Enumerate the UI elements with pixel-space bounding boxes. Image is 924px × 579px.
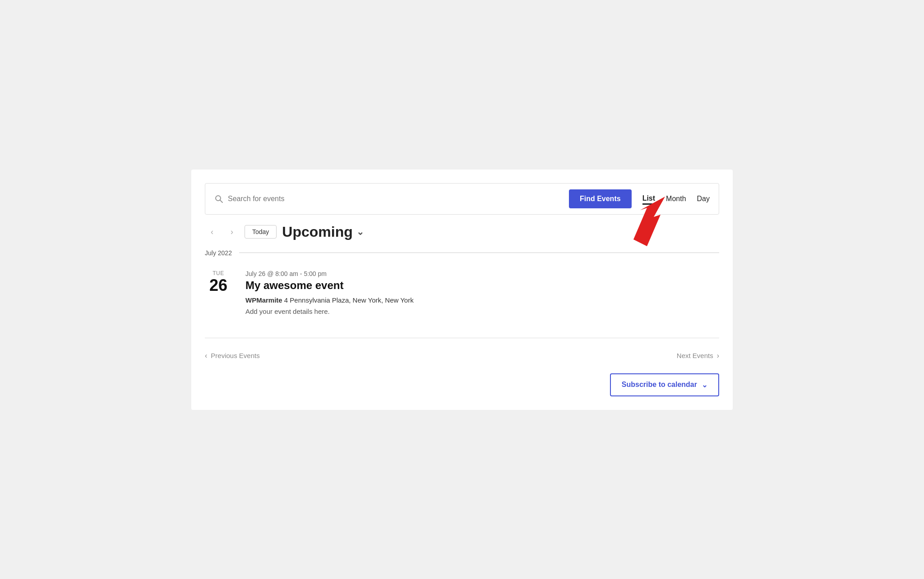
chevron-down-icon: ⌄ [356,226,364,237]
view-month-button[interactable]: Month [666,193,686,205]
today-button[interactable]: Today [245,225,277,239]
event-location-org: WPMarmite [245,296,282,304]
chevron-down-subscribe-icon: ⌄ [702,381,707,389]
divider-line [239,253,719,253]
view-controls: Find Events List Month Day [569,189,710,208]
next-events-button[interactable]: Next Events › [677,352,719,360]
upcoming-dropdown[interactable]: Upcoming ⌄ [282,224,364,240]
view-list-button[interactable]: List [642,193,655,205]
view-day-button[interactable]: Day [697,193,710,205]
search-bar: Find Events List Month Day [205,183,719,215]
event-date: TUE 26 [205,270,232,294]
month-divider: July 2022 [191,249,733,257]
subscribe-label: Subscribe to calendar [622,381,697,389]
subscribe-row: Subscribe to calendar ⌄ [191,369,733,410]
event-location-address: 4 Pennsylvania Plaza, New York, New York [282,296,414,304]
upcoming-label-text: Upcoming [282,224,352,240]
pagination-row: ‹ Previous Events Next Events › [191,347,733,369]
search-input[interactable] [228,195,569,203]
prev-events-button[interactable]: ‹ Previous Events [205,352,260,360]
event-title[interactable]: My awesome event [245,279,719,292]
next-nav-button[interactable]: › [225,225,239,239]
next-arrow-icon: › [717,352,719,360]
next-events-label: Next Events [677,352,713,359]
calendar-container: Find Events List Month Day ‹ › Today Upc… [191,170,733,410]
subscribe-button[interactable]: Subscribe to calendar ⌄ [610,373,719,396]
find-events-button[interactable]: Find Events [569,189,632,208]
event-row: TUE 26 July 26 @ 8:00 am - 5:00 pm My aw… [191,266,733,329]
month-label: July 2022 [205,249,232,257]
prev-nav-button[interactable]: ‹ [205,225,219,239]
svg-line-1 [220,200,223,202]
prev-events-label: Previous Events [211,352,259,359]
navigation-row: ‹ › Today Upcoming ⌄ [191,215,733,249]
search-icon [214,194,223,203]
event-day-num: 26 [205,276,232,294]
prev-arrow-icon: ‹ [205,352,207,360]
event-details: July 26 @ 8:00 am - 5:00 pm My awesome e… [245,270,719,315]
bottom-divider [205,338,719,338]
event-description: Add your event details here. [245,308,719,315]
event-time: July 26 @ 8:00 am - 5:00 pm [245,270,719,277]
event-day-name: TUE [205,270,232,276]
event-location: WPMarmite 4 Pennsylvania Plaza, New York… [245,296,719,304]
